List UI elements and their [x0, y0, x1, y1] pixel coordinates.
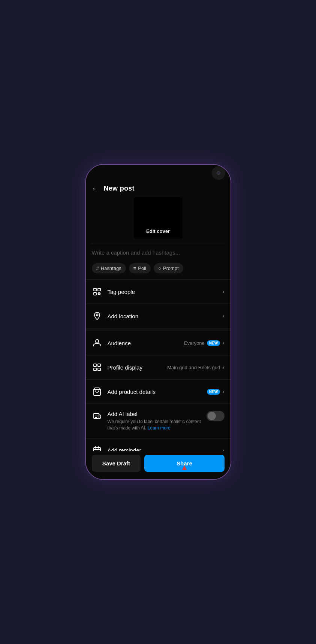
tag-people-chevron: ›	[222, 288, 224, 295]
main-content: Edit cover Write a caption and add hasht…	[86, 197, 231, 451]
profile-display-item[interactable]: Profile display Main grid and Reels grid…	[86, 357, 231, 378]
svg-rect-1	[98, 288, 100, 291]
profile-display-chevron: ›	[222, 364, 224, 371]
page-title: New post	[104, 185, 135, 192]
tag-people-label: Tag people	[108, 289, 223, 295]
add-location-right: ›	[222, 313, 224, 319]
audience-right: Everyone NEW ›	[184, 340, 225, 346]
status-bar	[86, 165, 231, 181]
ai-label-content: Add AI label We require you to label cer…	[108, 411, 207, 431]
poll-icon: ≡	[133, 265, 136, 271]
divider-7	[86, 404, 231, 404]
svg-rect-6	[98, 364, 100, 367]
svg-rect-2	[94, 292, 96, 295]
back-button[interactable]: ←	[92, 184, 99, 193]
divider-4	[86, 328, 231, 331]
ai-label-title: Add AI label	[108, 411, 207, 417]
tag-people-item[interactable]: Tag people ›	[86, 281, 231, 302]
camera-dot	[217, 171, 220, 175]
ai-label-toggle-knob	[208, 412, 216, 420]
camera-notch	[212, 166, 225, 180]
poll-chip-label: Poll	[138, 265, 146, 271]
ai-label-icon	[92, 411, 102, 422]
video-thumbnail[interactable]: Edit cover	[134, 197, 183, 239]
bottom-bar: Save Draft Share ▲	[86, 451, 231, 479]
poll-chip[interactable]: ≡ Poll	[129, 263, 151, 273]
cursor-pointer-icon: ▲	[180, 463, 189, 473]
profile-display-value: Main grid and Reels grid	[167, 365, 220, 370]
phone-frame: ← New post Edit cover Write a caption an…	[85, 164, 231, 480]
profile-display-right: Main grid and Reels grid ›	[167, 364, 224, 371]
divider-2	[86, 279, 231, 280]
profile-display-label: Profile display	[108, 364, 168, 371]
header: ← New post	[86, 181, 231, 197]
audience-item[interactable]: Audience Everyone NEW ›	[86, 332, 231, 353]
video-thumbnail-wrapper: Edit cover	[86, 197, 231, 239]
product-new-badge: NEW	[207, 389, 220, 395]
add-product-details-item[interactable]: Add product details NEW ›	[86, 381, 231, 402]
ai-label-desc: We require you to label certain realisti…	[108, 419, 207, 431]
audience-chevron: ›	[222, 340, 224, 346]
tag-people-icon	[92, 286, 102, 297]
share-button[interactable]: Share ▲	[144, 455, 224, 472]
caption-input[interactable]: Write a caption and add hashtags...	[86, 248, 231, 260]
save-draft-button[interactable]: Save Draft	[92, 455, 141, 472]
prompt-chip-label: Prompt	[163, 265, 179, 271]
hashtags-chip-label: Hashtags	[101, 265, 121, 271]
ai-label-item: Add AI label We require you to label cer…	[86, 405, 231, 437]
audience-icon	[92, 338, 102, 348]
hashtags-chip[interactable]: # Hashtags	[92, 263, 126, 273]
add-location-label: Add location	[108, 313, 223, 319]
ai-label-toggle[interactable]	[207, 411, 225, 421]
reminder-icon	[92, 445, 102, 451]
add-product-details-label: Add product details	[108, 389, 207, 395]
add-product-details-right: NEW ›	[207, 388, 225, 395]
divider-8	[86, 438, 231, 438]
divider-5	[86, 355, 231, 355]
add-reminder-right: ›	[222, 447, 224, 451]
prompt-icon: ○	[158, 265, 161, 271]
add-location-chevron: ›	[222, 313, 224, 319]
divider-6	[86, 379, 231, 380]
audience-value: Everyone	[184, 340, 205, 346]
audience-new-badge: NEW	[207, 340, 220, 346]
chips-row: # Hashtags ≡ Poll ○ Prompt	[86, 260, 231, 278]
prompt-chip[interactable]: ○ Prompt	[154, 263, 183, 273]
divider-3	[86, 304, 231, 304]
add-reminder-chevron: ›	[222, 447, 224, 451]
add-reminder-label: Add reminder	[108, 447, 223, 451]
edit-cover-label: Edit cover	[134, 228, 183, 234]
svg-rect-8	[98, 368, 100, 371]
add-reminder-item[interactable]: Add reminder ›	[86, 440, 231, 451]
svg-point-4	[96, 314, 98, 316]
divider-1	[92, 243, 225, 243]
hashtag-icon: #	[96, 265, 99, 271]
add-location-item[interactable]: Add location ›	[86, 306, 231, 326]
svg-rect-5	[94, 364, 96, 367]
svg-rect-0	[94, 288, 96, 291]
tag-people-right: ›	[222, 288, 224, 295]
location-icon	[92, 311, 102, 321]
product-details-chevron: ›	[222, 388, 224, 395]
product-icon	[92, 386, 102, 397]
grid-icon	[92, 362, 102, 373]
svg-rect-7	[94, 368, 96, 371]
audience-label: Audience	[108, 340, 184, 346]
ai-label-link[interactable]: Learn more	[148, 425, 171, 431]
